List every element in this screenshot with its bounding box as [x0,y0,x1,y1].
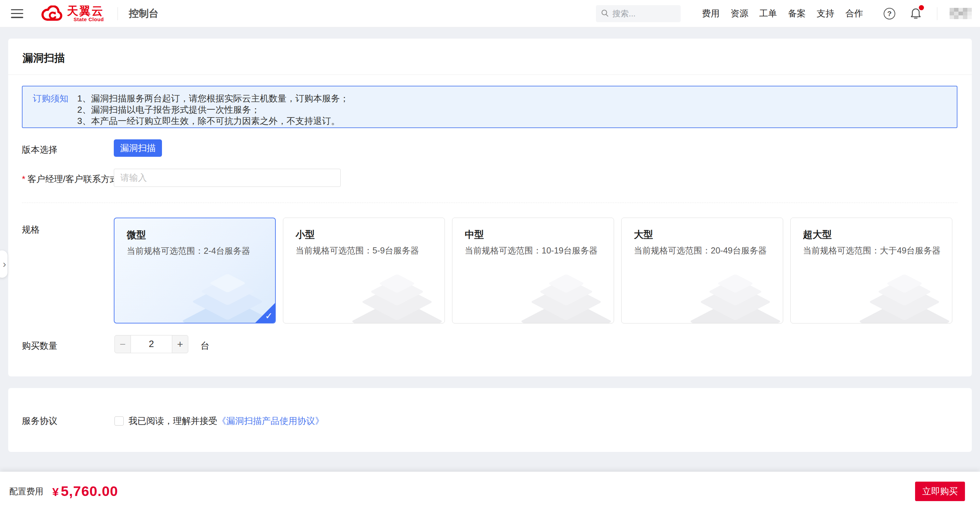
header-divider [118,7,118,20]
order-notice-box: 订购须知 1、漏洞扫描服务两台起订，请您根据实际云主机数量，订购本服务； 2、漏… [22,86,958,128]
spec-card-title: 超大型 [803,228,832,241]
spec-card-large[interactable]: 大型 当前规格可选范围：20-49台服务器 [621,217,783,324]
spec-card-desc: 当前规格可选范围：大于49台服务器 [803,245,941,256]
nav-item-tickets[interactable]: 工单 [759,8,777,19]
required-asterisk: * [22,174,25,184]
nav-item-resources[interactable]: 资源 [730,8,748,19]
quantity-plus-button[interactable]: + [172,335,188,353]
nav-item-support[interactable]: 支持 [817,8,834,19]
agreement-checkbox[interactable] [115,416,124,425]
notice-item: 3、本产品一经订购立即生效，除不可抗力因素之外，不支持退订。 [77,116,348,127]
purchase-footer-bar: 配置费用 ¥ 5,760.00 立即购买 [0,472,980,511]
stack-illustration [693,255,778,324]
version-option-button[interactable]: 漏洞扫描 [114,140,162,157]
title-divider [8,75,972,75]
notification-bell-icon[interactable] [910,6,922,21]
notice-item: 1、漏洞扫描服务两台起订，请您根据实际云主机数量，订购本服务； [77,93,348,104]
currency-symbol: ¥ [52,486,59,499]
global-search[interactable] [596,5,681,22]
spec-card-row: 微型 当前规格可选范围：2-4台服务器 ✓ 小型 当前规格可选范围：5-9台服务… [114,217,952,324]
spec-card-desc: 当前规格可选范围：2-4台服务器 [127,245,250,257]
page-title: 漏洞扫描 [22,51,65,65]
search-input[interactable] [612,9,670,19]
brand-logo[interactable]: 天翼云 State Cloud [41,5,104,22]
sidebar-expand-handle[interactable]: › [0,251,8,278]
cloud-logo-icon [41,5,64,22]
menu-icon[interactable] [11,9,23,18]
config-price: ¥ 5,760.00 [52,483,118,499]
notice-label: 订购须知 [33,93,68,127]
spec-card-desc: 当前规格可选范围：5-9台服务器 [296,245,419,256]
console-title: 控制台 [129,7,159,21]
section-divider [22,203,958,203]
spec-card-xlarge[interactable]: 超大型 当前规格可选范围：大于49台服务器 [791,217,952,324]
spec-card-micro[interactable]: 微型 当前规格可选范围：2-4台服务器 ✓ [114,217,276,324]
help-icon[interactable]: ? [884,8,895,19]
quantity-minus-button[interactable]: − [115,335,131,353]
spec-card-medium[interactable]: 中型 当前规格可选范围：10-19台服务器 [452,217,614,324]
spec-card-title: 中型 [465,228,484,241]
spec-card-title: 小型 [296,228,315,241]
spec-label: 规格 [22,224,40,236]
spec-card-title: 大型 [634,228,653,241]
agreement-link[interactable]: 《漏洞扫描产品使用协议》 [217,415,324,427]
price-amount: 5,760.00 [61,483,118,499]
brand-subtitle: State Cloud [73,17,104,22]
notification-dot [919,5,924,10]
purchase-config-panel: 漏洞扫描 订购须知 1、漏洞扫描服务两台起订，请您根据实际云主机数量，订购本服务… [8,39,972,376]
search-icon [601,9,609,19]
agreement-panel: 服务协议 我已阅读，理解并接受 《漏洞扫描产品使用协议》 [8,388,972,452]
nav-item-partner[interactable]: 合作 [845,8,863,19]
spec-card-desc: 当前规格可选范围：10-19台服务器 [465,245,598,256]
spec-card-title: 微型 [127,229,146,241]
spec-card-small[interactable]: 小型 当前规格可选范围：5-9台服务器 [283,217,445,324]
agreement-label: 服务协议 [22,415,57,427]
contact-label: *客户经理/客户联系方式 [22,173,119,185]
top-header: 天翼云 State Cloud 控制台 费用 资源 工单 备案 支持 合作 ? [0,0,980,27]
stack-illustration [862,255,947,324]
brand-name: 天翼云 [67,5,104,17]
quantity-label: 购买数量 [22,340,57,352]
user-account-blurred[interactable] [950,8,972,19]
version-label: 版本选择 [22,144,57,156]
buy-now-button[interactable]: 立即购买 [915,482,965,501]
top-nav: 费用 资源 工单 备案 支持 合作 [702,8,863,19]
fee-label: 配置费用 [9,486,43,497]
spec-card-desc: 当前规格可选范围：20-49台服务器 [634,245,767,256]
notice-item: 2、漏洞扫描以电子报告形式提供一次性服务； [77,104,348,116]
contact-input[interactable] [114,169,340,187]
quantity-unit: 台 [200,340,210,352]
stack-illustration [354,255,440,324]
quantity-stepper: − + [115,335,188,353]
quantity-input[interactable] [131,335,172,353]
check-icon: ✓ [265,311,273,321]
chevron-right-icon: › [3,259,6,269]
notice-items: 1、漏洞扫描服务两台起订，请您根据实际云主机数量，订购本服务； 2、漏洞扫描以电… [77,93,348,127]
stack-illustration [523,255,609,324]
header-divider-2 [937,7,937,20]
nav-item-fees[interactable]: 费用 [702,8,720,19]
agreement-text: 我已阅读，理解并接受 [129,415,217,427]
nav-item-filing[interactable]: 备案 [788,8,806,19]
